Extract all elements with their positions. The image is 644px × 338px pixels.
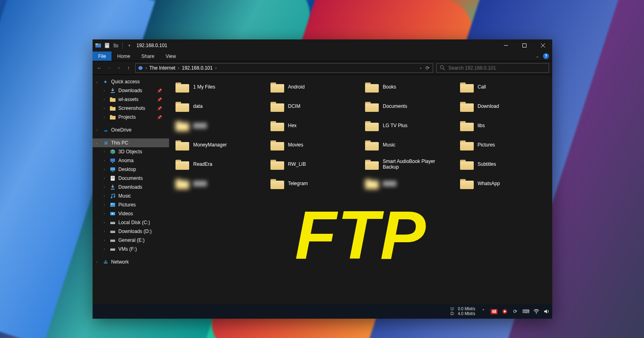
sidebar-quick-access[interactable]: ⌄ ★ Quick access [93, 77, 169, 86]
search-box[interactable]: Search 192.168.0.101 [436, 63, 549, 73]
breadcrumb-location[interactable]: 192.168.0.101 [181, 65, 214, 71]
tray-app-icon[interactable] [502, 308, 508, 315]
expand-icon[interactable]: › [102, 229, 106, 233]
folder-item[interactable]: Subtitles [458, 156, 550, 172]
tab-home[interactable]: Home [111, 52, 136, 61]
folder-item[interactable]: data [174, 98, 266, 114]
sidebar-pc-item[interactable]: ›3D Objects [93, 147, 169, 156]
sidebar-pc-item[interactable]: ›Pictures [93, 200, 169, 209]
folder-item[interactable]: Android [269, 79, 361, 95]
ribbon-expand-icon[interactable]: ⌄ [536, 54, 539, 58]
address-dropdown-icon[interactable]: ⌄ [419, 65, 422, 71]
forward-button[interactable]: → [105, 65, 113, 71]
folder-item[interactable]: Pictures [458, 137, 550, 153]
folder-item[interactable]: Books [363, 79, 455, 95]
folder-item[interactable]: Call [458, 79, 550, 95]
sidebar-pc-item[interactable]: ›Local Disk (C:) [93, 218, 169, 227]
expand-icon[interactable]: › [102, 238, 106, 242]
qat-dropdown-icon[interactable]: ▾ [126, 42, 132, 49]
folder-item[interactable]: Telegram [269, 175, 361, 192]
refresh-icon[interactable]: ⟳ [425, 65, 429, 71]
tray-volume-icon[interactable] [543, 308, 550, 315]
tab-view[interactable]: View [160, 52, 182, 61]
tray-badge[interactable]: 48 [491, 309, 497, 314]
sidebar-pc-item[interactable]: ›Desktop [93, 165, 169, 174]
minimize-button[interactable] [497, 39, 515, 52]
folder-icon [175, 81, 189, 93]
folder-item[interactable]: Music [363, 137, 455, 153]
folder-item[interactable]: Smart AudioBook Player Backup [363, 156, 455, 172]
folder-item[interactable]: ████ [363, 175, 455, 192]
sidebar-pc-item[interactable]: ›Music [93, 192, 169, 200]
expand-icon[interactable]: › [102, 247, 106, 251]
svg-rect-8 [523, 44, 526, 47]
taskbar[interactable]: U: 0.0 Mbit/s D: 4.0 Mbit/s ˄ 48 ⟳ ⌨ [93, 304, 552, 319]
folder-item[interactable]: 1 My Files [174, 79, 266, 95]
tray-sync-icon[interactable]: ⟳ [512, 308, 518, 315]
sidebar-pc-item[interactable]: ›VMs (F:) [93, 245, 169, 254]
expand-icon[interactable]: › [102, 89, 106, 93]
sidebar-quick-item[interactable]: ›Screenshots📌 [93, 104, 169, 113]
sidebar-pc-item[interactable]: ›Downloads (D:) [93, 227, 169, 236]
folder-item[interactable]: WhatsApp [458, 175, 550, 192]
expand-icon[interactable]: › [95, 260, 99, 264]
expand-icon[interactable]: › [102, 150, 106, 154]
content-pane[interactable]: 1 My FilesAndroidBooksCalldataDCIMDocume… [169, 75, 552, 319]
sidebar-pc-item[interactable]: ›Documents [93, 174, 169, 183]
tab-share[interactable]: Share [136, 52, 160, 61]
recent-dropdown-icon[interactable]: ▾ [115, 66, 122, 70]
maximize-button[interactable] [515, 39, 534, 52]
sidebar-pc-item[interactable]: ›Downloads [93, 183, 169, 192]
folder-item[interactable]: Documents [363, 98, 455, 114]
tray-overflow-icon[interactable]: ˄ [480, 308, 487, 315]
expand-icon[interactable]: › [102, 106, 106, 110]
pin-icon: 📌 [157, 115, 162, 120]
close-button[interactable] [534, 39, 552, 52]
folder-item[interactable]: Hex [269, 117, 361, 134]
qat-properties-icon[interactable] [104, 42, 110, 49]
folder-item[interactable]: ReadEra [174, 156, 266, 172]
expand-icon[interactable]: › [102, 203, 106, 207]
breadcrumb-root[interactable]: The Internet [149, 65, 176, 71]
sidebar-pc-item[interactable]: ›Videos [93, 209, 169, 218]
navigation-pane[interactable]: ⌄ ★ Quick access ›Downloads📌›wl-assets📌›… [93, 75, 169, 319]
expand-icon[interactable]: › [102, 97, 106, 101]
expand-icon[interactable]: › [102, 159, 106, 163]
expand-icon[interactable]: › [102, 176, 106, 180]
folder-item[interactable]: LG TV Plus [363, 117, 455, 134]
expand-icon[interactable]: ⌄ [95, 80, 99, 84]
tray-wifi-icon[interactable] [533, 308, 539, 315]
back-button[interactable]: ← [96, 65, 103, 71]
folder-item[interactable]: RW_LIB [269, 156, 361, 172]
help-icon[interactable]: ? [543, 53, 549, 59]
expand-icon[interactable]: › [102, 221, 106, 225]
expand-icon[interactable]: › [102, 167, 106, 171]
folder-item[interactable]: ████ [174, 117, 266, 134]
tab-file[interactable]: File [93, 52, 111, 61]
sidebar-network[interactable]: › 🖧 Network [93, 258, 169, 266]
folder-item[interactable]: libs [458, 117, 550, 134]
up-button[interactable]: ↑ [125, 65, 132, 71]
expand-icon[interactable]: › [102, 194, 106, 198]
folder-item[interactable]: MoneyManager [174, 137, 266, 153]
sidebar-quick-item[interactable]: ›Downloads📌 [93, 86, 169, 95]
expand-icon[interactable]: ⌄ [95, 141, 99, 145]
sidebar-onedrive[interactable]: › ☁ OneDrive [93, 126, 169, 134]
folder-item[interactable]: DCIM [269, 98, 361, 114]
expand-icon[interactable]: › [95, 128, 99, 132]
title-bar[interactable]: ▾ 192.168.0.101 [93, 39, 552, 52]
tray-keyboard-icon[interactable]: ⌨ [522, 308, 529, 315]
qat-newfolder-icon[interactable] [113, 42, 119, 49]
expand-icon[interactable]: › [102, 115, 106, 119]
expand-icon[interactable]: › [102, 185, 106, 189]
address-bar[interactable]: › The Internet › 192.168.0.101 › ⌄⟳ [135, 63, 433, 73]
sidebar-pc-item[interactable]: ›Anoma [93, 156, 169, 165]
sidebar-pc-item[interactable]: ›General (E:) [93, 236, 169, 245]
sidebar-quick-item[interactable]: ›wl-assets📌 [93, 95, 169, 104]
folder-item[interactable]: Download [458, 98, 550, 114]
folder-item[interactable]: ████ [174, 175, 266, 192]
folder-item[interactable]: Movies [269, 137, 361, 153]
sidebar-quick-item[interactable]: ›Projects📌 [93, 113, 169, 122]
expand-icon[interactable]: › [102, 212, 106, 216]
sidebar-this-pc[interactable]: ⌄ 🖥 This PC [93, 138, 169, 147]
